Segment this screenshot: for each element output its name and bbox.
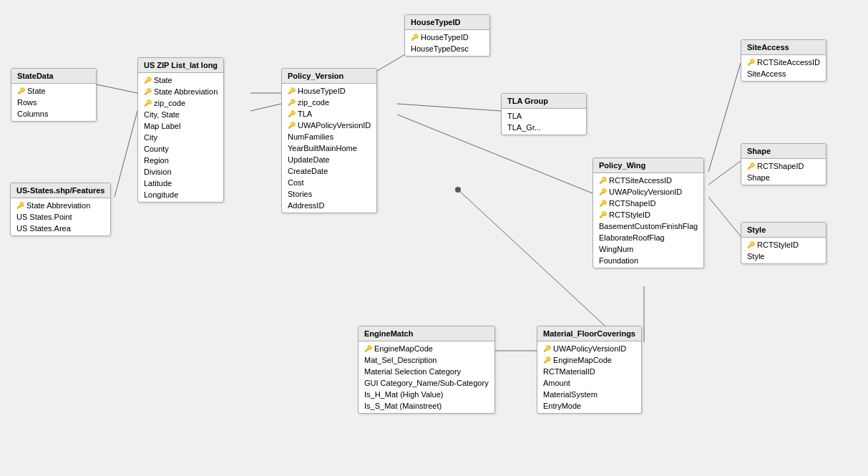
table-header-usstatesfeatures: US-States.shp/Features [11,183,110,198]
field-name: UWAPolicyVersionID [298,121,371,130]
table-style[interactable]: Style🔑RCTStyleIDStyle [741,222,826,264]
table-body-shape: 🔑RCTShapeIDShape [741,159,826,185]
diagram-canvas: StateData🔑StateRowsColumnsUS-States.shp/… [0,0,868,476]
table-usziplist[interactable]: US ZIP List_lat long🔑State🔑State Abbrevi… [137,57,224,203]
table-header-shape: Shape [741,144,826,159]
field-name: Amount [543,379,570,387]
field-name: Division [144,167,172,176]
field-name: US States.Point [16,213,72,221]
field-name: UWAPolicyVersionID [609,188,682,196]
table-row: Longitude [138,189,223,200]
table-row: Amount [537,377,641,389]
field-name: YearBuiltMainHome [288,144,357,152]
table-row: BasementCustomFinishFlag [593,220,703,232]
table-row: WingNum [593,243,703,255]
field-name: ElaborateRoofFlag [599,233,665,242]
table-row: County [138,143,223,155]
table-row: 🔑RCTSiteAccessID [593,175,703,186]
table-body-style: 🔑RCTStyleIDStyle [741,238,826,263]
field-name: RCTStyleID [757,241,799,249]
svg-line-9 [708,161,741,185]
field-name: Columns [17,110,48,118]
table-header-statedata: StateData [11,69,96,84]
field-name: State Abbreviation [26,201,90,210]
table-policyversion[interactable]: Policy_Version🔑HouseTypeID🔑zip_code🔑TLA🔑… [281,68,377,213]
key-icon: 🔑 [144,88,152,95]
key-icon: 🔑 [747,241,755,248]
table-row: 🔑HouseTypeID [405,31,489,43]
table-header-housetypeid: HouseTypeID [405,15,489,30]
field-name: TLA [507,112,522,120]
table-shape[interactable]: Shape🔑RCTShapeIDShape [741,143,826,185]
table-body-usziplist: 🔑State🔑State Abbreviation🔑zip_codeCity, … [138,73,223,202]
table-policywing[interactable]: Policy_Wing🔑RCTSiteAccessID🔑UWAPolicyVer… [593,157,704,268]
table-row: TLA_Gr... [502,122,586,133]
field-name: BasementCustomFinishFlag [599,222,698,230]
key-icon: 🔑 [543,356,551,364]
key-icon: 🔑 [599,188,607,195]
table-tlagroup[interactable]: TLA GroupTLATLA_Gr... [501,93,587,135]
table-statedata[interactable]: StateData🔑StateRowsColumns [11,68,97,122]
table-row: Mat_Sel_Description [359,354,494,366]
table-materialfloorcoverings[interactable]: Material_FloorCoverings🔑UWAPolicyVersion… [537,326,642,414]
table-row: Region [138,155,223,166]
field-name: RCTSiteAccessID [609,176,672,185]
field-name: EngineMapCode [374,344,433,353]
table-row: NumFamilies [282,131,376,142]
table-row: US States.Point [11,211,110,223]
field-name: zip_code [154,99,185,107]
table-row: 🔑State [138,74,223,86]
field-name: MaterialSystem [543,390,598,399]
table-body-policywing: 🔑RCTSiteAccessID🔑UWAPolicyVersionID🔑RCTS… [593,173,703,268]
table-row: Columns [11,108,96,120]
table-header-policyversion: Policy_Version [282,69,376,84]
table-body-siteaccess: 🔑RCTSiteAccessIDSiteAccess [741,55,826,81]
svg-point-7 [455,187,461,193]
table-row: 🔑UWAPolicyVersionID [593,186,703,198]
field-name: Style [747,252,764,261]
table-usstatesfeatures[interactable]: US-States.shp/Features🔑State Abbreviatio… [10,183,111,236]
table-row: ElaborateRoofFlag [593,232,703,243]
table-body-housetypeid: 🔑HouseTypeIDHouseTypeDesc [405,30,489,56]
table-header-usziplist: US ZIP List_lat long [138,58,223,73]
table-housetypeid[interactable]: HouseTypeID🔑HouseTypeIDHouseTypeDesc [404,14,490,57]
field-name: Rows [17,98,37,107]
key-icon: 🔑 [288,122,296,129]
field-name: RCTStyleID [609,210,650,219]
table-row: Is_H_Mat (High Value) [359,389,494,400]
table-row: 🔑HouseTypeID [282,85,376,97]
svg-line-0 [97,84,137,93]
field-name: CreateDate [288,167,328,175]
table-header-siteaccess: SiteAccess [741,40,826,55]
key-icon: 🔑 [144,99,152,107]
table-row: 🔑zip_code [138,97,223,109]
table-row: Rows [11,97,96,108]
table-row: RCTMaterialID [537,366,641,377]
field-name: Is_H_Mat (High Value) [364,390,443,399]
table-row: Cost [282,177,376,188]
table-row: Style [741,251,826,262]
table-row: 🔑RCTStyleID [593,209,703,220]
field-name: Mat_Sel_Description [364,356,437,364]
key-icon: 🔑 [747,59,755,66]
table-siteaccess[interactable]: SiteAccess🔑RCTSiteAccessIDSiteAccess [741,39,826,82]
table-row: 🔑zip_code [282,97,376,108]
table-header-style: Style [741,223,826,238]
table-row: 🔑State [11,85,96,97]
table-row: GUI Category_Name/Sub-Category [359,377,494,389]
field-name: Latitude [144,179,172,188]
table-row: 🔑EngineMapCode [359,343,494,354]
table-enginematch[interactable]: EngineMatch🔑EngineMapCodeMat_Sel_Descrip… [358,326,495,414]
key-icon: 🔑 [411,34,419,41]
field-name: Is_S_Mat (Mainstreet) [364,402,442,410]
field-name: City [144,133,157,142]
table-row: TLA [502,110,586,122]
table-row: US States.Area [11,223,110,234]
svg-line-1 [114,111,137,197]
table-row: Stories [282,188,376,200]
field-name: TLA_Gr... [507,123,541,132]
field-name: Stories [288,190,312,198]
field-name: GUI Category_Name/Sub-Category [364,379,489,387]
key-icon: 🔑 [288,110,296,117]
field-name: NumFamilies [288,132,333,141]
